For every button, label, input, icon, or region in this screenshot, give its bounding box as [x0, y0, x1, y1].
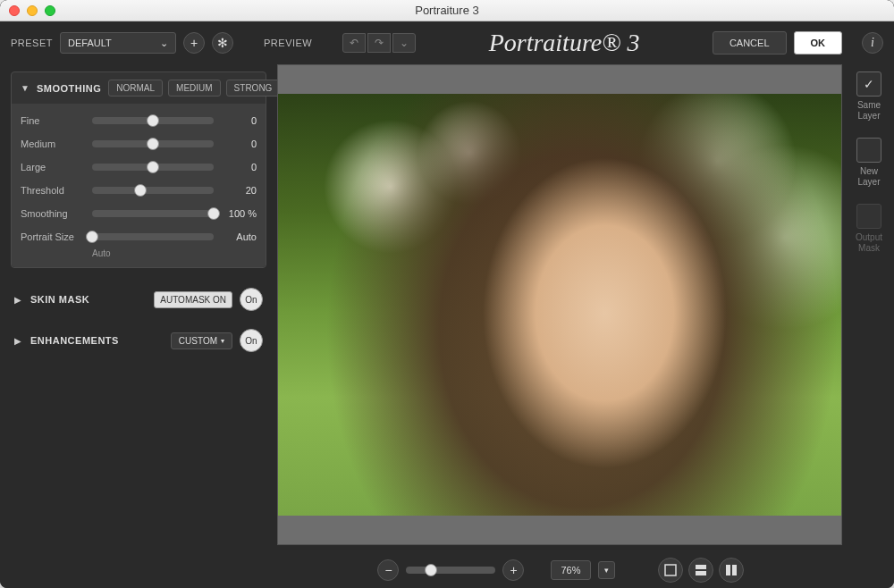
cancel-button[interactable]: CANCEL: [713, 31, 787, 55]
enhancements-on-button[interactable]: On: [240, 329, 263, 352]
skin-mask-on-button[interactable]: On: [240, 288, 263, 311]
same-layer-checkbox[interactable]: ✓: [856, 71, 881, 97]
slider-thumb[interactable]: [147, 138, 159, 150]
check-icon: ✓: [864, 77, 874, 91]
slider-row-threshold: Threshold20: [21, 179, 257, 202]
enhancements-mode-select[interactable]: CUSTOM ▾: [171, 332, 232, 349]
slider-value: 0: [221, 115, 257, 126]
zoom-out-button[interactable]: −: [377, 559, 399, 581]
sidebar: ▼ SMOOTHING NORMAL MEDIUM STRONG Fine0Me…: [0, 64, 277, 588]
minus-icon: −: [384, 563, 392, 577]
slider-track[interactable]: [92, 210, 214, 217]
right-rail: ✓ SameLayer NewLayer OutputMask: [844, 64, 894, 588]
preset-label: PRESET: [11, 38, 53, 48]
svg-rect-4: [732, 565, 737, 575]
zoom-slider[interactable]: [406, 567, 495, 574]
portrait-size-sublabel: Auto: [92, 248, 257, 258]
preview-area: − + 76% ▾: [277, 64, 844, 588]
redo-button[interactable]: ↷: [367, 33, 391, 53]
output-mask-checkbox[interactable]: [856, 204, 881, 229]
plus-icon: +: [510, 563, 517, 577]
view-mode-buttons: [658, 558, 744, 583]
preset-strong[interactable]: STRONG: [226, 80, 281, 97]
new-layer-label: NewLayer: [857, 166, 880, 188]
disclosure-down-icon: ▼: [21, 83, 30, 93]
smoothing-body: Fine0Medium0Large0Threshold20Smoothing10…: [12, 104, 266, 267]
output-mask-option[interactable]: OutputMask: [856, 204, 882, 254]
chevron-down-icon: ⌄: [160, 38, 168, 49]
chevron-down-icon: ▾: [221, 337, 224, 345]
automask-toggle[interactable]: AUTOMASK ON: [154, 291, 232, 308]
chevron-down-icon: ⌄: [400, 37, 409, 49]
slider-thumb[interactable]: [147, 114, 159, 127]
preset-medium[interactable]: MEDIUM: [168, 80, 221, 97]
slider-label: Portrait Size: [21, 231, 85, 242]
add-preset-button[interactable]: +: [183, 32, 205, 54]
slider-thumb[interactable]: [207, 207, 220, 220]
slider-track[interactable]: [92, 140, 214, 147]
slider-row-smoothing: Smoothing100 %: [21, 202, 257, 225]
slider-value: Auto: [221, 231, 257, 242]
split-horizontal-icon: [695, 564, 707, 576]
view-split-vertical-button[interactable]: [719, 558, 744, 583]
zoom-percent-select[interactable]: 76%: [551, 560, 590, 580]
enhancements-title[interactable]: ENHANCEMENTS: [30, 335, 119, 346]
disclosure-right-icon[interactable]: ▶: [14, 336, 23, 346]
svg-rect-0: [665, 565, 676, 575]
slider-label: Fine: [21, 115, 85, 126]
zoom-thumb[interactable]: [425, 564, 437, 576]
smoothing-title: SMOOTHING: [37, 83, 101, 94]
preview-label: PREVIEW: [264, 38, 312, 48]
zoom-in-button[interactable]: +: [502, 559, 524, 581]
window-title: Portraiture 3: [0, 4, 894, 17]
disclosure-right-icon[interactable]: ▶: [14, 295, 23, 305]
zoom-bar: − + 76% ▾: [277, 552, 844, 588]
preset-value: DEFAULT: [68, 38, 112, 48]
history-dropdown[interactable]: ⌄: [392, 33, 416, 53]
info-button[interactable]: i: [862, 32, 883, 54]
slider-track[interactable]: [92, 164, 214, 171]
same-layer-option[interactable]: ✓ SameLayer: [856, 71, 881, 122]
new-layer-checkbox[interactable]: [856, 138, 881, 163]
smoothing-header[interactable]: ▼ SMOOTHING NORMAL MEDIUM STRONG: [12, 72, 266, 104]
app-window: Portraiture 3 PRESET DEFAULT ⌄ + ✻ PREVI…: [0, 0, 894, 588]
portrait-image: [278, 94, 841, 516]
new-layer-option[interactable]: NewLayer: [856, 138, 881, 188]
output-mask-label: OutputMask: [856, 232, 882, 254]
zoom-percent-value: 76%: [561, 565, 580, 575]
preview-canvas[interactable]: [277, 64, 842, 545]
slider-label: Smoothing: [21, 208, 85, 219]
undo-icon: ↶: [350, 37, 358, 49]
skin-mask-title[interactable]: SKIN MASK: [30, 294, 89, 305]
content: PRESET DEFAULT ⌄ + ✻ PREVIEW ↶ ↷ ⌄ Portr…: [0, 21, 894, 588]
zoom-percent-dropdown[interactable]: ▾: [598, 561, 615, 579]
main: ▼ SMOOTHING NORMAL MEDIUM STRONG Fine0Me…: [0, 64, 894, 588]
smoothing-panel: ▼ SMOOTHING NORMAL MEDIUM STRONG Fine0Me…: [11, 71, 266, 268]
slider-row-large: Large0: [21, 155, 257, 179]
info-icon: i: [871, 36, 874, 50]
redo-icon: ↷: [375, 37, 384, 49]
undo-button[interactable]: ↶: [342, 33, 366, 53]
slider-track[interactable]: [92, 117, 214, 124]
preset-settings-button[interactable]: ✻: [212, 32, 233, 54]
slider-thumb[interactable]: [134, 184, 147, 197]
plus-icon: +: [190, 36, 198, 50]
slider-label: Large: [21, 162, 85, 172]
slider-value: 0: [221, 162, 257, 172]
ok-button[interactable]: OK: [794, 31, 843, 55]
slider-track[interactable]: [92, 187, 214, 194]
slider-track[interactable]: [92, 233, 214, 240]
view-single-button[interactable]: [658, 558, 683, 583]
smoothing-presets: NORMAL MEDIUM STRONG: [108, 80, 280, 97]
view-split-horizontal-button[interactable]: [688, 558, 713, 583]
preset-normal[interactable]: NORMAL: [108, 80, 163, 97]
enhancements-row: ▶ ENHANCEMENTS CUSTOM ▾ On: [11, 320, 266, 361]
slider-thumb[interactable]: [147, 161, 159, 173]
gear-icon: ✻: [217, 36, 228, 50]
svg-rect-3: [726, 565, 730, 575]
preset-select[interactable]: DEFAULT ⌄: [60, 32, 176, 54]
svg-rect-2: [696, 571, 706, 575]
history-buttons: ↶ ↷ ⌄: [342, 33, 416, 53]
slider-thumb[interactable]: [86, 231, 98, 243]
same-layer-label: SameLayer: [857, 100, 881, 122]
